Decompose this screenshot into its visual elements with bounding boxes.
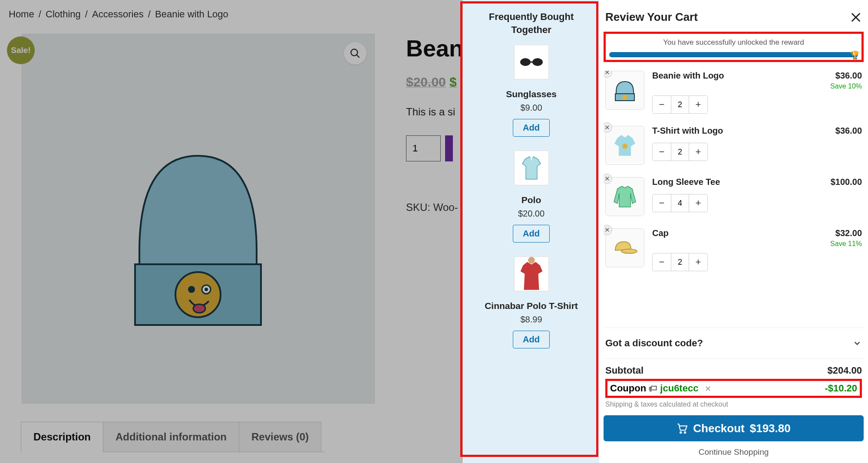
progress-bar [609,52,858,57]
fbt-item-name: Polo [469,195,593,205]
close-icon [850,11,862,23]
continue-shopping-link[interactable]: Continue Shopping [604,447,864,457]
cap-icon [612,238,638,257]
remove-coupon-button[interactable]: ✕ [705,384,711,393]
qty-value: 2 [671,143,689,161]
svg-point-8 [532,58,543,66]
subtotal-label: Subtotal [605,365,644,376]
fbt-add-button[interactable]: Add [513,331,550,348]
reward-text: You have successfully unlocked the rewar… [609,38,858,47]
svg-point-18 [684,432,686,433]
qty-increase-button[interactable]: + [689,96,707,113]
overlay-scrim[interactable] [0,0,463,463]
cart-panel: Review Your Cart You have successfully u… [599,0,868,463]
cart-item-price: $100.00 [831,177,862,187]
cart-item-save: Save 10% [830,82,862,90]
checkout-button[interactable]: Checkout $193.80 [604,415,864,441]
discount-toggle[interactable]: Got a discount code? [604,328,864,359]
cart-item: ✕ Cap $32.00 Save 11% − 2 + [605,228,862,271]
sunglasses-icon [519,57,544,67]
svg-point-17 [680,432,681,433]
cart-item: ✕ T-Shirt with Logo $36.00 − 2 + [605,126,862,165]
cart-item-price: $36.00 [835,126,862,136]
cart-item-thumb [605,228,644,267]
shipping-note: Shipping & taxes calculated at checkout [605,401,862,408]
qty-value: 2 [671,96,689,113]
cart-item-name: Beanie with Logo [652,71,724,90]
fbt-thumb [514,256,549,291]
longsleeve-icon [612,184,637,209]
fbt-thumb [514,151,549,185]
cart-item: ✕ Beanie with Logo $36.00 Save 10% − 2 + [605,71,862,114]
qty-increase-button[interactable]: + [689,143,707,161]
cart-item-thumb [605,177,644,216]
qty-decrease-button[interactable]: − [653,253,671,271]
fbt-item: Sunglasses $9.00 Add [469,45,593,137]
checkout-total: $193.80 [750,422,791,435]
qty-decrease-button[interactable]: − [653,194,671,212]
coupon-label: Coupon [610,383,646,394]
tag-icon: 🏷 [649,384,657,393]
qty-decrease-button[interactable]: − [653,143,671,161]
qty-value: 4 [671,194,689,212]
coupon-code: jcu6tecc [660,383,698,394]
coupon-row: Coupon 🏷 jcu6tecc ✕ -$10.20 [605,379,862,398]
cart-item-price: $36.00 [830,71,862,81]
svg-point-15 [622,144,627,149]
trophy-icon: 🏆 [850,50,860,60]
fbt-item-price: $20.00 [469,209,593,219]
fbt-item-name: Cinnabar Polo T-Shirt [469,301,593,311]
reward-progress: You have successfully unlocked the rewar… [604,32,864,62]
cart-icon [677,423,688,434]
qty-decrease-button[interactable]: − [653,96,671,113]
subtotal-value: $204.00 [827,365,862,376]
qty-value: 2 [671,253,689,271]
cart-title: Review Your Cart [605,10,698,24]
quantity-stepper: − 4 + [652,194,708,212]
cart-item: ✕ Long Sleeve Tee $100.00 − 4 + [605,177,862,216]
fbt-item-price: $9.00 [469,103,593,113]
coupon-amount: -$10.20 [825,383,857,394]
beanie-icon [612,77,638,103]
quantity-stepper: − 2 + [652,143,708,161]
svg-point-16 [621,249,637,253]
fbt-item-price: $8.99 [469,315,593,325]
cart-item-thumb [605,126,644,165]
cart-item-name: T-Shirt with Logo [652,126,723,138]
frequently-bought-together-panel: Frequently Bought Together Sunglasses $9… [463,0,599,463]
fbt-item-name: Sunglasses [469,89,593,99]
cart-item-price: $32.00 [830,228,862,238]
tshirt-icon [613,133,637,158]
cart-item-thumb [605,71,644,110]
discount-label: Got a discount code? [605,338,703,349]
quantity-stepper: − 2 + [652,253,708,271]
fbt-item: Polo $20.00 Add [469,151,593,243]
fbt-add-button[interactable]: Add [513,225,550,243]
qty-increase-button[interactable]: + [689,253,707,271]
fbt-add-button[interactable]: Add [513,119,550,137]
polo-icon [521,156,541,180]
close-cart-button[interactable] [850,11,862,23]
svg-point-10 [528,257,535,264]
cart-item-save: Save 11% [830,240,862,248]
red-polo-icon [515,256,548,291]
fbt-item: Cinnabar Polo T-Shirt $8.99 Add [469,256,593,348]
cart-item-name: Long Sleeve Tee [652,177,720,189]
checkout-label: Checkout [693,422,744,435]
quantity-stepper: − 2 + [652,95,708,114]
fbt-title: Frequently Bought Together [469,10,593,36]
svg-point-7 [520,58,531,66]
qty-increase-button[interactable]: + [689,194,707,212]
subtotal-row: Subtotal $204.00 [605,365,862,376]
coupon-left: Coupon 🏷 jcu6tecc ✕ [610,383,711,394]
fbt-thumb [514,45,549,79]
chevron-down-icon [852,338,862,348]
svg-point-14 [622,95,627,100]
cart-item-name: Cap [652,228,669,248]
